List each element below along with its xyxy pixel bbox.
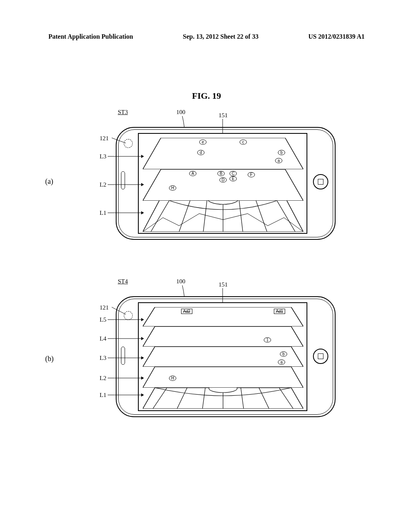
l2-label-a: L2 bbox=[100, 181, 106, 188]
letter-1-l4: 1 bbox=[264, 337, 271, 343]
ref-121-b: 121 bbox=[100, 304, 109, 311]
letter-b-l3: b bbox=[278, 150, 285, 155]
ref-100-a: 100 bbox=[176, 109, 186, 116]
figure-title: FIG. 19 bbox=[192, 91, 221, 101]
side-button-b bbox=[121, 347, 125, 365]
letter-H-l2-b: H bbox=[169, 376, 176, 381]
l4-label-b: L4 bbox=[100, 335, 106, 342]
letter-F-l2: F bbox=[248, 172, 255, 177]
letter-b-l3-b: b bbox=[280, 351, 287, 357]
camera-icon-b bbox=[124, 311, 133, 320]
header-center: Sep. 13, 2012 Sheet 22 of 33 bbox=[183, 33, 259, 40]
home-square-icon-b bbox=[318, 353, 323, 359]
st3-label: ST3 bbox=[118, 109, 128, 116]
l3-label-b: L3 bbox=[100, 355, 106, 362]
camera-icon-a bbox=[124, 139, 133, 148]
l5-label-b: L5 bbox=[100, 316, 106, 323]
l3-label-a: L3 bbox=[100, 153, 106, 160]
letter-D-l2: D bbox=[219, 177, 227, 183]
st4-label: ST4 bbox=[118, 278, 128, 285]
letter-a-l3: a bbox=[275, 158, 282, 163]
l2-label-b: L2 bbox=[100, 375, 106, 382]
letter-e-l3: e bbox=[199, 139, 206, 145]
l1-label-b: L1 bbox=[100, 392, 106, 399]
home-button-b bbox=[313, 349, 328, 364]
sub-label-a: (a) bbox=[45, 177, 53, 186]
screen-a: e c d b a A B C D E F H bbox=[138, 133, 307, 234]
letter-H-l2: H bbox=[169, 185, 176, 191]
svg-marker-14 bbox=[143, 326, 303, 347]
layer-l1-a bbox=[143, 197, 303, 232]
diagram-b: (b) ST4 100 151 121 L5 L4 L3 L2 L1 bbox=[65, 274, 348, 435]
sub-label-b: (b) bbox=[45, 355, 54, 363]
letter-E-l2: E bbox=[229, 176, 237, 181]
letter-B-l2: B bbox=[217, 171, 225, 176]
layer-l1-b bbox=[143, 388, 303, 409]
letter-d-l3: d bbox=[197, 150, 204, 155]
home-button-a bbox=[313, 174, 328, 189]
side-button-a bbox=[121, 171, 125, 189]
letter-A-l2: A bbox=[189, 171, 196, 176]
ref-121-a: 121 bbox=[100, 135, 109, 142]
ad2-box: Ad2 bbox=[181, 309, 192, 314]
screen-b: Ad2 Ad1 1 b a H bbox=[138, 302, 307, 411]
layer-l2-b bbox=[143, 367, 303, 388]
ref-151-a: 151 bbox=[219, 112, 228, 119]
ad1-box: Ad1 bbox=[274, 309, 285, 314]
home-square-icon-a bbox=[318, 179, 323, 185]
letter-a-l3-b: a bbox=[278, 360, 285, 365]
page-header: Patent Application Publication Sep. 13, … bbox=[0, 33, 413, 40]
svg-marker-12 bbox=[143, 367, 303, 388]
diagram-a: (a) ST3 100 151 121 L3 L2 L1 bbox=[65, 105, 348, 254]
layer-l4-b bbox=[143, 326, 303, 347]
letter-c-l3: c bbox=[240, 139, 247, 145]
l1-label-a: L1 bbox=[100, 210, 106, 216]
header-right: US 2012/0231839 A1 bbox=[308, 33, 365, 40]
letter-C-l2: C bbox=[229, 171, 237, 176]
ref-100-b: 100 bbox=[176, 278, 186, 285]
header-left: Patent Application Publication bbox=[48, 33, 133, 40]
ref-151-b: 151 bbox=[219, 281, 228, 288]
